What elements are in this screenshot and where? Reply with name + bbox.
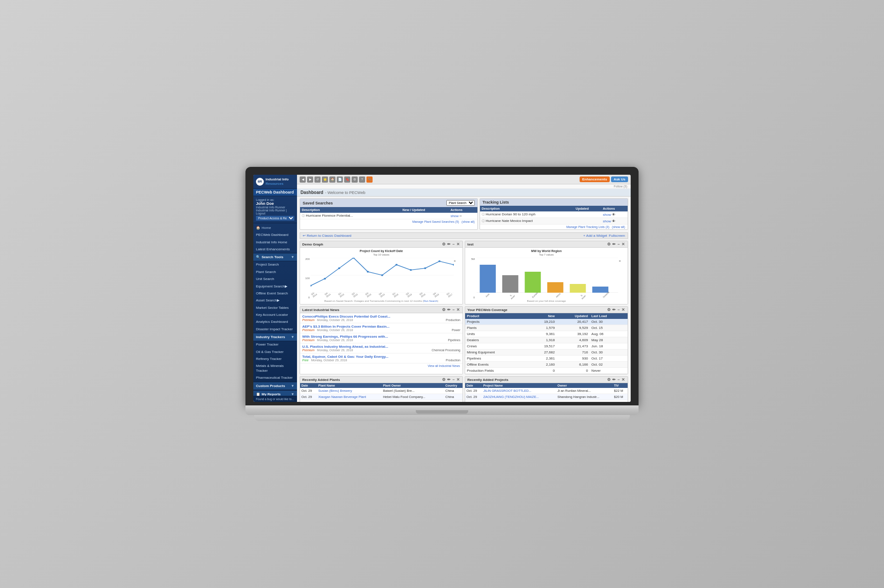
proj-name-link-1[interactable]: JILIN GRASSROOT BOTTLED... [483,389,531,393]
coverage-settings-icon[interactable]: ⚙ [607,308,611,312]
table-row: Oct. 29 Susian (Binru) Brewery Baiwel (S… [300,388,463,394]
news-title-2[interactable]: AEP's $3.3 Billion In Projects Cover Per… [302,325,390,329]
return-to-classic-bar[interactable]: ↩ Return to Classic Dashboard + Add a Wi… [300,232,628,239]
projects-table: Date Project Name Owner TIV [465,383,628,402]
tracking-show-link-2[interactable]: show [603,219,611,223]
pipelines-link[interactable]: Pipelines [467,356,481,360]
sidebar-item-pecweb-dashboard[interactable]: PECWeb Dashboard [253,232,297,239]
projects-settings-icon[interactable]: ⚙ [607,377,611,382]
ask-us-button[interactable]: Ask Us [611,176,628,182]
sidebar-item-equipment-search[interactable]: Equipment Search ▶ [253,283,297,290]
sidebar-item-offline-event-search[interactable]: Offline Event Search [253,290,297,297]
test-widget-edit-icon[interactable]: ✏ [612,242,616,246]
saved-searches-dropdown[interactable]: Plant Search [446,200,475,206]
forward-icon[interactable]: ▶ [307,176,313,183]
home-toolbar-icon[interactable]: 🏠 [329,176,335,183]
sidebar-item-unit-search[interactable]: Unit Search [253,276,297,283]
news-title-3[interactable]: With Strong Earnings, Phillips 66 Progre… [302,335,388,339]
test-widget-settings-icon[interactable]: ⚙ [607,242,611,246]
sidebar-item-key-account-locator[interactable]: Key Account Locator [253,311,297,318]
manage-saved-searches-link[interactable]: Manage Plant Saved Searches (5) [412,220,459,223]
plant-name-link-3[interactable]: Hanzhong Chocolate & [318,401,352,402]
application: IIR Industrial Info Resources PECWeb Das… [253,175,631,402]
plants-settings-icon[interactable]: ⚙ [442,377,446,382]
projects-link[interactable]: Projects [467,320,480,324]
plants-close-icon[interactable]: ✕ [456,377,460,382]
crews-link[interactable]: Crews [467,344,477,348]
plants-link[interactable]: Plants [467,326,477,330]
bar-x-labels: Asia S. Amer Europe Africa S. Amer Ocean… [477,294,618,299]
sidebar-item-refinery-tracker[interactable]: Refinery Tracker [253,356,297,363]
view-all-news-link[interactable]: View all Industrial News [428,364,460,367]
tracking-show-link-1[interactable]: show [603,213,611,217]
sidebar-item-metals-minerals-tracker[interactable]: Metals & Minerals Tracker [253,363,297,374]
coverage-minus-icon[interactable]: − [617,308,620,312]
page-icon[interactable]: 📄 [337,176,343,183]
demo-graph-edit-icon[interactable]: ✏ [447,242,451,246]
proj-name-link-3[interactable]: TSESLINOYE GRAIN & CEREAL... [483,401,535,402]
back-icon[interactable]: ◀ [300,176,306,183]
sidebar-item-latest-enhancements[interactable]: Latest Enhancements [253,246,297,253]
run-search-link[interactable]: Run Search [424,300,438,302]
sidebar-item-oil-gas-tracker[interactable]: Oil & Gas Tracker [253,349,297,356]
demo-graph-minus-icon[interactable]: − [452,242,455,246]
my-reports-header[interactable]: 📋 My Reports ▼ [253,390,297,396]
custom-products-header[interactable]: Custom Products ▼ [253,382,297,390]
search-tools-header[interactable]: 🔍 Search Tools ▼ [253,253,297,261]
projects-close-icon[interactable]: ✕ [621,377,625,382]
news-close-icon[interactable]: ✕ [456,308,460,312]
sidebar-item-market-sector-tables[interactable]: Market Sector Tables [253,304,297,311]
news-title-5[interactable]: Total, Equinor, Cabot Oil & Gas: Your Da… [302,355,388,359]
add-widget-link[interactable]: + Add a Widget [584,234,607,238]
projects-minus-icon[interactable]: − [617,377,620,382]
sidebar-item-iir-home[interactable]: Industrial Info Home [253,239,297,246]
demo-graph-settings-icon[interactable]: ⚙ [442,242,446,246]
sidebar-item-project-search[interactable]: Project Search [253,261,297,268]
sidebar-item-pharma-tracker[interactable]: Pharmaceutical Tracker [253,374,297,381]
sidebar-item-asset-search[interactable]: Asset Search ▶ [253,297,297,304]
coverage-close-icon[interactable]: ✕ [621,308,625,312]
recently-added-projects-widget: Recently Added Projects ⚙ ✏ − ✕ [465,376,628,402]
sidebar-item-power-tracker[interactable]: Power Tracker [253,341,297,348]
fullscreen-link[interactable]: Fullscreen [609,234,625,238]
star-icon[interactable]: ⭐ [322,176,328,183]
offline-events-link[interactable]: Offline Events [467,363,489,367]
news-edit-icon[interactable]: ✏ [447,308,451,312]
plants-col-owner: Plant Owner [382,383,444,388]
refresh-icon[interactable]: ↺ [314,176,321,183]
bookmark-icon[interactable]: 🔖 [344,176,350,183]
sidebar-item-analytics-dashboard[interactable]: Analytics Dashboard [253,318,297,325]
plant-name-link-1[interactable]: Susian (Binru) Brewery [318,389,352,393]
sidebar-item-plant-search[interactable]: Plant Search [253,269,297,276]
test-widget-minus-icon[interactable]: − [617,242,620,246]
enhancements-button[interactable]: Enhancements [580,176,610,182]
production-fields-link[interactable]: Production Fields [467,369,494,373]
manage-tracking-link[interactable]: Manage Plant Tracking Lists (3) [566,225,609,228]
projects-edit-icon[interactable]: ✏ [612,377,616,382]
sidebar-item-disaster-impact-tracker[interactable]: Disaster Impact Tracker [253,326,297,333]
settings-icon[interactable]: ⚙ [352,176,358,183]
plants-edit-icon[interactable]: ✏ [447,377,451,382]
news-item-4: U.S. Plastics Industry Moving Ahead, as … [300,343,463,353]
dashboard-area[interactable]: Saved Searches Plant Search [297,197,631,402]
news-settings-icon[interactable]: ⚙ [442,308,446,312]
attachment-icon[interactable]: 📎 [366,176,373,183]
industry-trackers-header[interactable]: Industry Trackers ▼ [253,333,297,341]
news-title-1[interactable]: ConocoPhillips Execs Discuss Potential G… [302,315,390,318]
test-widget-close-icon[interactable]: ✕ [621,242,625,246]
help-icon[interactable]: ? [359,176,365,183]
plant-name-link-2[interactable]: Xiaogan Naanan Beverage Plant [318,395,366,399]
dealers-link[interactable]: Dealers [467,338,479,342]
saved-search-show-link[interactable]: show [450,214,459,218]
coverage-edit-icon[interactable]: ✏ [612,308,616,312]
news-title-4[interactable]: U.S. Plastics Industry Moving Ahead, as … [302,345,388,349]
proj-name-link-2[interactable]: ZAOZHUANG (TENGZHOU) MAIZE... [483,395,539,399]
sidebar-home-icon[interactable]: 🏠 Home [253,224,297,232]
news-minus-icon[interactable]: − [452,308,455,312]
demo-graph-close-icon[interactable]: ✕ [456,242,460,246]
laptop-frame: IIR Industrial Info Resources PECWeb Das… [245,167,639,421]
plants-minus-icon[interactable]: − [452,377,455,382]
product-access-dropdown[interactable]: Product Access & Resources [256,216,294,221]
mining-link[interactable]: Mining Equipment [467,350,495,354]
units-link[interactable]: Units [467,332,475,336]
